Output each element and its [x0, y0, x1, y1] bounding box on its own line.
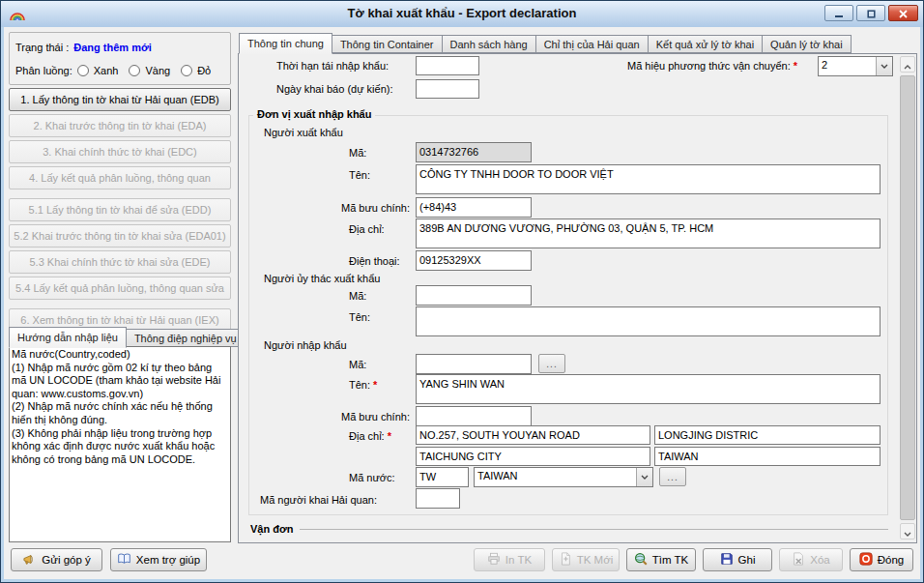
importer-address1-input[interactable]: NO.257, SOUTH YOUYAN ROAD	[416, 425, 650, 445]
importer-address3-input[interactable]: TAICHUNG CITY	[416, 447, 650, 466]
radio-do-label: Đỏ	[197, 65, 211, 76]
bill-of-lading-group-header: Vận đơn	[250, 523, 888, 535]
print-declaration-button[interactable]: In TK	[474, 548, 545, 571]
radio-xanh-label: Xanh	[94, 65, 119, 76]
view-help-label: Xem trợ giúp	[136, 554, 200, 566]
tab-thong-tin-chung[interactable]: Thông tin chung	[239, 33, 332, 54]
customs-agent-input[interactable]	[416, 488, 460, 509]
step-button-5-2[interactable]: 5.2 Khai trước thông tin tờ khai sửa (ED…	[9, 224, 231, 248]
minimize-icon	[835, 5, 844, 22]
print-declaration-label: In TK	[505, 554, 532, 566]
required-marker: *	[388, 430, 391, 442]
entrustor-name-input[interactable]	[416, 306, 881, 336]
importer-code-browse-button[interactable]: ...	[538, 354, 565, 373]
export-declaration-window: Tờ khai xuất khẩu - Export declaration T…	[0, 0, 924, 583]
find-declaration-label: Tìm TK	[652, 554, 688, 566]
tab-huong-dan-nhap-lieu[interactable]: Hướng dẫn nhập liệu	[9, 327, 127, 348]
exporter-section-label: Người xuất khẩu	[264, 127, 343, 138]
scrollbar-thumb[interactable]	[900, 75, 915, 520]
delete-icon	[792, 552, 805, 568]
radio-vang[interactable]	[129, 65, 140, 76]
radio-xanh[interactable]	[77, 65, 89, 76]
reimport-deadline-input[interactable]	[416, 56, 479, 75]
view-help-button[interactable]: Xem trợ giúp	[110, 548, 207, 571]
group-divider-line	[300, 529, 889, 530]
declare-date-input[interactable]	[416, 79, 479, 99]
restore-button[interactable]	[856, 5, 885, 21]
customs-agent-label: Mã người khai Hải quan:	[260, 494, 377, 506]
exporter-name-label: Tên:	[349, 169, 370, 181]
bill-of-lading-group-title: Vận đơn	[250, 523, 294, 535]
reimport-deadline-label: Thời hạn tái nhập khẩu:	[276, 60, 389, 72]
tab-danh-sach-hang[interactable]: Danh sách hàng	[443, 35, 536, 53]
entrustor-code-input[interactable]	[416, 285, 532, 306]
entrustor-code-label: Mã:	[349, 290, 366, 302]
importer-postal-input[interactable]	[416, 406, 532, 426]
tab-quan-ly-to-khai[interactable]: Quản lý tờ khai	[763, 35, 851, 53]
step-button-5-4[interactable]: 5.4 Lấy kết quả phân luồng, thông quan s…	[9, 277, 231, 300]
entrustor-section-label: Người ủy thác xuất khẩu	[264, 273, 380, 284]
transport-method-combobox[interactable]: 2	[818, 56, 893, 76]
new-declaration-button[interactable]: TK Mới	[552, 548, 620, 571]
chevron-down-icon	[904, 523, 911, 540]
importer-address4-input[interactable]: TAIWAN	[654, 447, 881, 466]
exporter-code-label: Mã:	[349, 147, 366, 159]
close-red-icon	[859, 552, 873, 568]
importer-postal-label: Mã bưu chính:	[341, 411, 410, 423]
importer-code-input[interactable]	[416, 354, 532, 374]
dropdown-arrow-icon[interactable]	[876, 57, 892, 75]
status-label: Trạng thái :	[15, 42, 69, 53]
importer-name-label: Tên:*	[349, 379, 377, 391]
save-icon	[720, 552, 734, 568]
channel-label: Phân luồng:	[15, 65, 72, 76]
transport-method-value: 2	[819, 57, 876, 75]
close-icon	[899, 5, 908, 22]
country-browse-button[interactable]: ...	[659, 467, 686, 486]
input-guide-textbox[interactable]: Mã nước(Country,coded) (1) Nhập mã nước …	[9, 346, 231, 542]
step-button-5-1[interactable]: 5.1 Lấy thông tin tờ khai để sửa (EDD)	[9, 198, 231, 221]
tab-chi-thi-cua-hai-quan[interactable]: Chỉ thị của Hải quan	[536, 35, 649, 53]
dropdown-arrow-icon[interactable]	[636, 468, 652, 486]
step-button-1[interactable]: 1. Lấy thông tin tờ khai từ Hải quan (ED…	[9, 88, 231, 111]
country-code-input[interactable]: TW	[416, 467, 469, 487]
new-declaration-label: TK Mới	[577, 554, 614, 566]
exporter-name-input[interactable]: CÔNG TY TNHH DOOR TO DOOR VIỆT	[416, 164, 881, 194]
exporter-phone-input[interactable]: 09125329XX	[416, 250, 532, 271]
close-button[interactable]	[888, 5, 918, 21]
tab-ket-qua-xu-ly-to-khai[interactable]: Kết quả xử lý tờ khai	[649, 35, 763, 53]
importer-address2-input[interactable]: LONGJING DISTRIC	[654, 425, 881, 445]
step-button-5-3[interactable]: 5.3 Khai chính thức tờ khai sửa (EDE)	[9, 250, 231, 274]
scroll-up-button[interactable]	[900, 56, 915, 73]
importer-name-input[interactable]: YANG SHIN WAN	[416, 374, 881, 404]
printer-icon	[487, 552, 501, 568]
minimize-button[interactable]	[824, 5, 853, 21]
megaphone-icon	[22, 552, 37, 568]
titlebar: Tờ khai xuất khẩu - Export declaration	[1, 1, 923, 27]
close-window-button[interactable]: Đóng	[850, 548, 913, 571]
save-button[interactable]: Ghi	[703, 548, 772, 571]
status-panel: Trạng thái : Đang thêm mới Phân luồng: X…	[9, 32, 231, 85]
radio-vang-label: Vàng	[145, 65, 170, 76]
required-marker: *	[373, 379, 377, 391]
tab-thong-diep-nghiep-vu[interactable]: Thông điệp nghiệp vụ	[127, 329, 245, 347]
tab-thong-tin-container[interactable]: Thông tin Container	[332, 35, 443, 53]
step-button-3[interactable]: 3. Khai chính thức tờ khai (EDC)	[9, 140, 231, 163]
send-feedback-button[interactable]: Gửi góp ý	[11, 548, 102, 571]
country-name-combobox[interactable]: TAIWAN	[474, 467, 653, 487]
find-declaration-button[interactable]: Tìm TK	[626, 548, 696, 571]
exporter-postal-label: Mã bưu chính:	[341, 202, 410, 214]
restore-icon	[867, 5, 876, 22]
exporter-postal-input[interactable]: (+84)43	[416, 197, 532, 218]
exporter-address-input[interactable]: 389B AN DƯƠNG VƯƠNG, PHƯỜNG 03, QUẬN 5, …	[416, 219, 881, 248]
importer-code-label: Mã:	[349, 359, 366, 370]
radio-do[interactable]	[181, 65, 192, 76]
window-title: Tờ khai xuất khẩu - Export declaration	[1, 6, 923, 20]
delete-button[interactable]: Xóa	[779, 548, 843, 571]
exporter-code-input[interactable]: 0314732766	[416, 142, 532, 162]
status-value: Đang thêm mới	[73, 42, 152, 53]
country-name-value: TAIWAN	[475, 468, 636, 486]
scroll-down-button[interactable]	[900, 523, 915, 539]
declare-date-label: Ngày khai báo (dự kiến):	[276, 83, 392, 95]
step-button-4[interactable]: 4. Lấy kết quả phân luồng, thông quan	[9, 166, 231, 189]
step-button-2[interactable]: 2. Khai trước thông tin tờ khai (EDA)	[9, 114, 231, 137]
